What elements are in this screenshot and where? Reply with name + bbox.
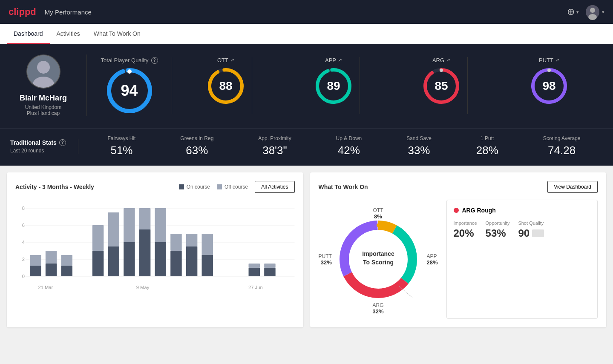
- svg-rect-46: [170, 234, 181, 251]
- tab-dashboard[interactable]: Dashboard: [7, 24, 50, 44]
- greens-label: Greens In Reg: [180, 135, 213, 141]
- greens-value: 63%: [186, 144, 208, 157]
- chart-legend: On course Off course: [179, 184, 248, 190]
- svg-text:9 May: 9 May: [136, 285, 150, 290]
- add-chevron-icon: ▾: [576, 9, 579, 15]
- fairways-value: 51%: [110, 144, 132, 157]
- svg-text:2: 2: [22, 257, 25, 262]
- svg-text:4: 4: [22, 240, 25, 245]
- off-course-legend: Off course: [217, 184, 248, 190]
- putt-score: PUTT ↗ 98: [523, 57, 575, 114]
- svg-text:6: 6: [22, 223, 25, 228]
- shot-quality-value: 90: [518, 227, 544, 239]
- svg-rect-35: [92, 251, 104, 276]
- opportunity-metric: Opportunity 53%: [486, 221, 510, 239]
- on-course-legend: On course: [179, 184, 210, 190]
- svg-rect-42: [139, 208, 150, 229]
- all-activities-button[interactable]: All Activities: [255, 181, 294, 193]
- avatar: [26, 54, 60, 89]
- svg-text:21 Mar: 21 Mar: [38, 285, 53, 290]
- svg-text:To Scoring: To Scoring: [363, 259, 393, 266]
- app-arrow-icon: ↗: [338, 57, 342, 63]
- shot-quality-metric: Shot Quality 90: [518, 221, 544, 239]
- trad-stats-values: Fairways Hit 51% Greens In Reg 63% App. …: [78, 135, 603, 157]
- arg-arrow-icon: ↗: [446, 57, 450, 63]
- svg-rect-48: [186, 234, 197, 246]
- quality-title: Total Player Quality ?: [101, 57, 158, 64]
- work-on-header: What To Work On View Dashboard: [319, 181, 598, 193]
- svg-text:0: 0: [22, 274, 25, 279]
- logo[interactable]: clippd: [9, 6, 36, 17]
- fairways-label: Fairways Hit: [107, 135, 135, 141]
- add-button[interactable]: ⊕ ▾: [567, 6, 579, 17]
- svg-rect-44: [155, 208, 166, 242]
- one-putt-value: 28%: [476, 144, 498, 157]
- quality-scores: Total Player Quality ? 94 OTT: [87, 57, 603, 114]
- header-right: ⊕ ▾ ▾: [567, 5, 604, 19]
- svg-rect-33: [61, 266, 72, 276]
- sand-save-value: 33%: [408, 144, 430, 157]
- putt-value: 98: [542, 79, 555, 93]
- svg-text:27 Jun: 27 Jun: [248, 285, 263, 290]
- ott-value: 88: [219, 79, 232, 93]
- scoring-avg-label: Scoring Average: [543, 135, 581, 141]
- view-dashboard-button[interactable]: View Dashboard: [547, 181, 598, 193]
- main-score-value: 94: [121, 82, 138, 100]
- svg-point-66: [409, 272, 412, 276]
- activity-card: Activity - 3 Months - Weekly On course O…: [7, 172, 303, 327]
- arg-score: ARG ↗ 85: [415, 57, 468, 114]
- hero-section: Blair McHarg United Kingdom Plus Handica…: [0, 44, 613, 128]
- ott-score: OTT ↗ 88: [200, 57, 252, 114]
- importance-metric: Importance 20%: [454, 221, 477, 239]
- arg-donut-label: ARG 32%: [372, 302, 383, 315]
- svg-rect-38: [108, 212, 119, 246]
- svg-rect-29: [30, 266, 41, 276]
- svg-rect-37: [108, 246, 119, 276]
- detail-dot: [454, 208, 459, 213]
- svg-rect-31: [46, 264, 57, 276]
- work-on-title: What To Work On: [319, 183, 368, 190]
- fairways-hit-stat: Fairways Hit 51%: [107, 135, 135, 157]
- svg-rect-52: [249, 264, 260, 268]
- scoring-avg-value: 74.28: [548, 144, 576, 157]
- tab-activities[interactable]: Activities: [50, 24, 87, 44]
- svg-point-4: [37, 61, 50, 74]
- importance-value: 20%: [454, 227, 477, 239]
- tab-what-to-work-on[interactable]: What To Work On: [87, 24, 147, 44]
- player-info: Blair McHarg United Kingdom Plus Handica…: [10, 54, 87, 116]
- detail-header: ARG Rough: [454, 207, 591, 214]
- total-quality: Total Player Quality ? 94: [87, 57, 172, 114]
- app-label: APP ↗: [325, 57, 342, 63]
- greens-in-reg-stat: Greens In Reg 63%: [180, 135, 213, 157]
- svg-rect-51: [249, 268, 260, 276]
- avatar[interactable]: [586, 5, 599, 19]
- plus-circle-icon: ⊕: [567, 6, 575, 17]
- trad-stats-subtitle: Last 20 rounds: [10, 148, 68, 154]
- svg-rect-40: [124, 208, 135, 242]
- user-menu[interactable]: ▾: [586, 5, 604, 19]
- app-proximity-stat: App. Proximity 38'3": [258, 135, 291, 157]
- trad-stats-title: Traditional Stats ?: [10, 139, 68, 146]
- player-name: Blair McHarg: [20, 94, 67, 103]
- help-icon[interactable]: ?: [151, 57, 158, 64]
- app-donut-label: APP 28%: [426, 253, 437, 266]
- svg-rect-53: [264, 268, 275, 276]
- svg-rect-43: [155, 242, 166, 276]
- svg-rect-45: [170, 251, 181, 276]
- page-title: My Performance: [45, 9, 92, 16]
- svg-rect-36: [92, 225, 104, 251]
- opportunity-value: 53%: [486, 227, 510, 239]
- arg-label: ARG ↗: [432, 57, 450, 63]
- trad-help-icon[interactable]: ?: [59, 139, 66, 146]
- player-country: United Kingdom: [25, 104, 61, 110]
- arg-value: 85: [435, 79, 448, 93]
- one-putt-stat: 1 Putt 28%: [476, 135, 498, 157]
- app-score: APP ↗ 89: [308, 57, 360, 114]
- one-putt-label: 1 Putt: [481, 135, 494, 141]
- app-prox-label: App. Proximity: [258, 135, 291, 141]
- putt-label: PUTT ↗: [539, 57, 559, 63]
- sand-save-stat: Sand Save 33%: [406, 135, 432, 157]
- work-on-card: What To Work On View Dashboard: [310, 172, 607, 327]
- activity-card-header: Activity - 3 Months - Weekly On course O…: [15, 181, 295, 193]
- header-left: clippd My Performance: [9, 6, 92, 17]
